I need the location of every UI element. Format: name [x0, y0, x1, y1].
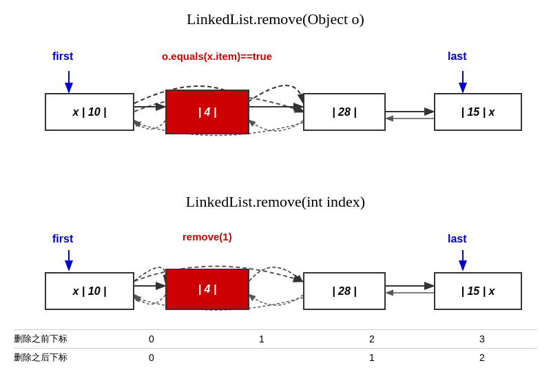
row2-val-0: 0 [96, 352, 207, 363]
title2: LinkedList.remove(int index) [0, 193, 551, 211]
first-label-2: first [52, 233, 73, 245]
node-1-4: | 15 | x [434, 93, 522, 131]
row1-label: 删除之前下标 [14, 333, 96, 345]
condition-label-1: o.equals(x.item)==true [162, 50, 272, 62]
row2-label: 删除之后下标 [14, 351, 96, 364]
row1-val-3: 3 [427, 333, 537, 344]
node-2-2: | 4 | [165, 269, 249, 310]
row1-val-2: 2 [317, 333, 427, 344]
index-row-after: 删除之后下标 0 1 2 [14, 348, 537, 367]
diagram-container: LinkedList.remove(Object o) first last o… [0, 0, 551, 392]
node-2-3: | 28 | [303, 272, 386, 310]
last-label-2: last [448, 233, 467, 245]
first-label-1: first [52, 50, 73, 63]
row1-val-0: 0 [96, 333, 207, 344]
title1: LinkedList.remove(Object o) [0, 10, 551, 28]
node-1-2: | 4 | [165, 90, 249, 134]
index-row-before: 删除之前下标 0 1 2 3 [14, 329, 537, 348]
last-label-1: last [448, 50, 467, 63]
node-2-1: x | 10 | [45, 272, 134, 310]
row2-val-3: 2 [427, 352, 537, 363]
condition-label-2: remove(1) [183, 231, 232, 243]
row2-val-2: 1 [317, 352, 427, 363]
node-1-1: x | 10 | [45, 93, 134, 131]
node-2-4: | 15 | x [434, 272, 522, 310]
row1-val-1: 1 [207, 333, 317, 344]
index-table: 删除之前下标 0 1 2 3 删除之后下标 0 1 2 [14, 329, 537, 367]
node-1-3: | 28 | [303, 93, 386, 131]
